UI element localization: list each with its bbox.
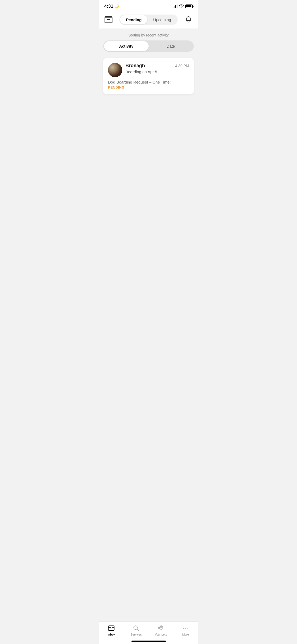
- status-bar: 4:31 🌙: [99, 0, 198, 12]
- card-status-badge: PENDING: [108, 85, 189, 89]
- sort-toggle: Activity Date: [103, 40, 194, 52]
- sort-section: Sorting by recent activity Activity Date: [99, 29, 198, 54]
- card-top: Bronagh 4:30 PM Boarding on Apr 5: [108, 63, 189, 77]
- card-name-row: Bronagh 4:30 PM: [125, 63, 189, 68]
- tab-pending[interactable]: Pending: [120, 15, 147, 24]
- tab-upcoming[interactable]: Upcoming: [147, 15, 177, 24]
- archive-icon: [105, 16, 112, 23]
- bell-icon: [185, 16, 192, 23]
- main-tab-toggle: Pending Upcoming: [119, 15, 178, 25]
- card-time: 4:30 PM: [175, 64, 189, 68]
- moon-icon: 🌙: [114, 4, 119, 8]
- wifi-icon: [179, 4, 184, 8]
- pet-avatar: [108, 63, 122, 77]
- signal-bars-icon: [173, 5, 177, 8]
- status-time: 4:31: [104, 4, 113, 9]
- pet-name: Bronagh: [125, 63, 145, 68]
- archive-button[interactable]: [103, 14, 114, 25]
- card-description: Dog Boarding Request – One Time:: [108, 80, 189, 84]
- card-date: Boarding on Apr 5: [125, 70, 189, 74]
- sort-label: Sorting by recent activity: [103, 33, 194, 37]
- header: Pending Upcoming: [99, 12, 198, 29]
- svg-rect-0: [105, 18, 112, 23]
- main-content: Bronagh 4:30 PM Boarding on Apr 5 Dog Bo…: [99, 54, 198, 186]
- notifications-button[interactable]: [183, 14, 194, 25]
- sort-activity-button[interactable]: Activity: [104, 41, 149, 51]
- booking-card[interactable]: Bronagh 4:30 PM Boarding on Apr 5 Dog Bo…: [103, 58, 194, 94]
- battery-icon: [185, 4, 193, 8]
- card-info: Bronagh 4:30 PM Boarding on Apr 5: [125, 63, 189, 77]
- sort-date-button[interactable]: Date: [149, 41, 193, 51]
- status-icons: [173, 4, 193, 8]
